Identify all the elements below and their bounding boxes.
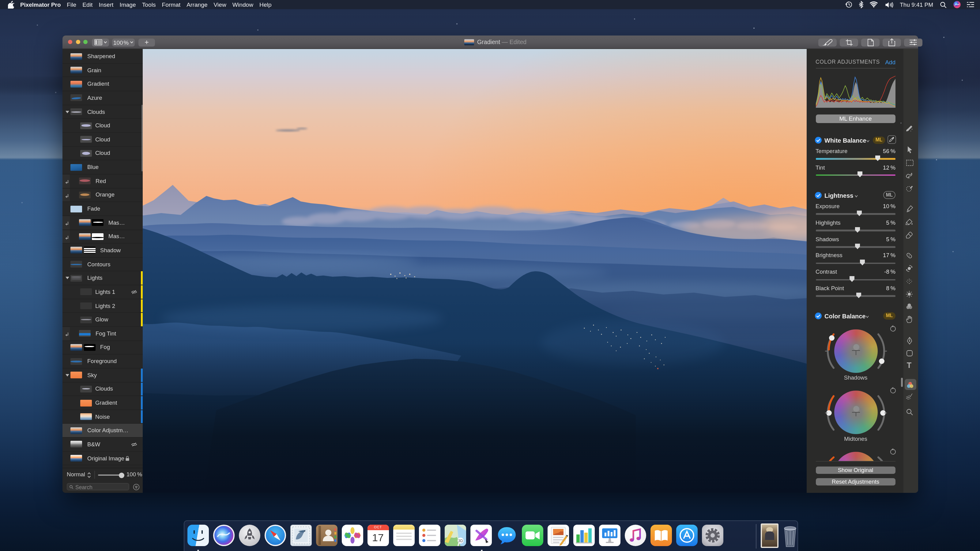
svg-text:3D: 3D (458, 539, 463, 543)
